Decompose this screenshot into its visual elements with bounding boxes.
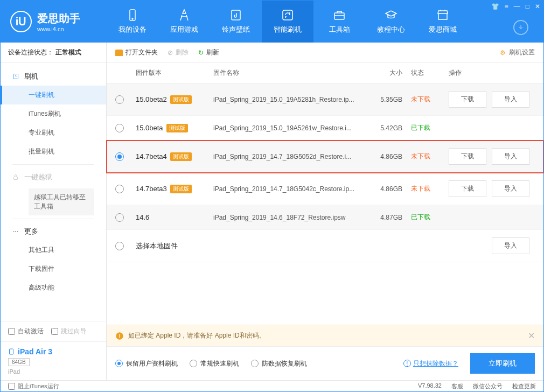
delete-icon: ⊘	[168, 49, 173, 57]
firmware-row[interactable]: 14.6 iPad_Spring_2019_14.6_18F72_Restore…	[107, 205, 543, 230]
import-button[interactable]: 导入	[492, 148, 529, 165]
device-name[interactable]: iPad Air 3	[8, 347, 99, 356]
firmware-status: 已下载	[411, 123, 449, 132]
firmware-size: 4.86GB	[373, 185, 411, 193]
app-name: 爱思助手	[37, 11, 80, 26]
skip-guide-checkbox[interactable]: 跳过向导	[51, 327, 87, 336]
radio-local[interactable]	[115, 242, 124, 250]
sidebar-jailbreak-title: 一键越狱	[1, 168, 106, 186]
radio-select[interactable]	[115, 152, 124, 161]
nav-toolbox[interactable]: 工具箱	[313, 1, 365, 43]
music-icon	[229, 9, 242, 22]
beta-tag: 测试版	[170, 152, 192, 161]
refresh-button[interactable]: ↻刷新	[198, 48, 219, 57]
refresh-icon	[281, 9, 294, 22]
download-button[interactable]: 下载	[449, 148, 486, 165]
radio-select[interactable]	[115, 95, 124, 104]
sidebar-item-batch[interactable]: 批量刷机	[1, 142, 106, 161]
sidebar-item-itunes[interactable]: iTunes刷机	[1, 104, 106, 123]
block-itunes-checkbox[interactable]: 阻止iTunes运行	[8, 382, 59, 390]
opt-anti-recover[interactable]: 防数据恢复刷机	[251, 359, 307, 368]
logo-area: iᑌ 爱思助手 www.i4.cn	[1, 1, 107, 43]
opt-keep-data[interactable]: 保留用户资料刷机	[115, 359, 178, 368]
delete-button[interactable]: ⊘删除	[168, 48, 189, 57]
radio-select[interactable]	[115, 124, 124, 132]
download-button[interactable]: 下载	[449, 180, 486, 197]
flash-settings-button[interactable]: ⚙刷机设置	[500, 48, 535, 57]
win-maximize-icon[interactable]: □	[526, 3, 529, 10]
toolbar: 打开文件夹 ⊘删除 ↻刷新 ⚙刷机设置	[107, 43, 543, 63]
sidebar-item-pro[interactable]: 专业刷机	[1, 123, 106, 142]
connection-status: 设备连接状态：正常模式	[1, 43, 106, 63]
th-version: 固件版本	[136, 68, 213, 78]
firmware-name: iPad_Spring_2019_15.0_19A5281h_Restore.i…	[213, 96, 373, 103]
sidebar-more-title[interactable]: 更多	[1, 222, 106, 241]
opt-normal[interactable]: 常规快速刷机	[190, 359, 239, 368]
nav-ringtone[interactable]: 铃声壁纸	[210, 1, 262, 43]
firmware-row[interactable]: 15.0beta2测试版 iPad_Spring_2019_15.0_19A52…	[107, 83, 543, 116]
download-circle-icon[interactable]	[513, 20, 528, 35]
window-controls: 👕 ≡ — □ ✕	[491, 3, 540, 10]
info-close-icon[interactable]: ✕	[528, 331, 535, 341]
firmware-size: 4.87GB	[373, 214, 411, 221]
folder-icon	[115, 50, 123, 56]
import-local-button[interactable]: 导入	[492, 237, 529, 254]
import-button[interactable]: 导入	[492, 180, 529, 197]
open-folder-button[interactable]: 打开文件夹	[115, 48, 158, 57]
radio-select[interactable]	[115, 213, 124, 222]
win-minimize-icon[interactable]: —	[514, 3, 520, 10]
table-header: 固件版本 固件名称 大小 状态 操作	[107, 63, 543, 83]
sidebar-item-onekey[interactable]: 一键刷机	[1, 86, 106, 104]
sidebar-item-advanced[interactable]: 高级功能	[1, 278, 106, 297]
svg-rect-4	[334, 13, 344, 19]
svg-rect-3	[283, 10, 292, 20]
win-close-icon[interactable]: ✕	[535, 3, 540, 10]
refresh-icon: ↻	[198, 49, 204, 57]
gear-icon: ⚙	[500, 49, 506, 57]
auto-activate-checkbox[interactable]: 自动激活	[8, 327, 44, 336]
app-url: www.i4.cn	[37, 26, 80, 32]
service-link[interactable]: 客服	[451, 382, 463, 390]
graduation-icon	[385, 9, 397, 22]
download-button[interactable]: 下载	[449, 91, 486, 108]
sidebar-flash-title[interactable]: 刷机	[1, 67, 106, 86]
sidebar-item-download-fw[interactable]: 下载固件	[1, 260, 106, 278]
firmware-row[interactable]: 14.7beta4测试版 iPad_Spring_2019_14.7_18G50…	[107, 141, 543, 173]
device-storage: 64GB	[8, 358, 30, 366]
flash-square-icon	[12, 73, 19, 80]
check-update-link[interactable]: 检查更新	[512, 382, 536, 390]
sidebar-item-other[interactable]: 其他工具	[1, 241, 106, 260]
nav-apps[interactable]: 应用游戏	[158, 1, 210, 43]
nav-flash[interactable]: 智能刷机	[262, 1, 313, 43]
beta-tag: 测试版	[170, 185, 192, 193]
firmware-status: 未下载	[411, 184, 449, 193]
nav-tutorial[interactable]: 教程中心	[365, 1, 417, 43]
firmware-row[interactable]: 15.0beta测试版 iPad_Spring_2019_15.0_19A526…	[107, 116, 543, 141]
svg-point-7	[13, 231, 15, 232]
svg-point-9	[17, 231, 18, 232]
beta-tag: 测试版	[170, 95, 192, 104]
app-logo-icon: iᑌ	[10, 11, 32, 32]
tablet-icon	[8, 347, 15, 356]
erase-data-link[interactable]: !只想抹除数据？	[403, 359, 458, 368]
toolbox-icon	[333, 9, 346, 22]
wechat-link[interactable]: 微信公众号	[473, 382, 503, 390]
firmware-row[interactable]: 14.7beta3测试版 iPad_Spring_2019_14.7_18G50…	[107, 173, 543, 205]
top-nav: 我的设备 应用游戏 铃声壁纸 智能刷机 工具箱 教程中心 爱思商城	[107, 1, 543, 43]
radio-select[interactable]	[115, 185, 124, 193]
firmware-name: iPad_Spring_2019_15.0_19A5261w_Restore.i…	[213, 124, 373, 132]
th-name: 固件名称	[213, 68, 373, 78]
svg-rect-6	[14, 177, 18, 180]
phone-icon	[126, 9, 139, 22]
firmware-status: 未下载	[411, 95, 449, 104]
nav-store[interactable]: 爱思商城	[417, 1, 469, 43]
win-menu-icon[interactable]: ≡	[505, 3, 508, 10]
win-tshirt-icon[interactable]: 👕	[491, 3, 499, 10]
status-bar: 阻止iTunes运行 V7.98.32 客服 微信公众号 检查更新	[1, 380, 543, 392]
nav-my-device[interactable]: 我的设备	[107, 1, 158, 43]
local-firmware-row[interactable]: 选择本地固件 导入	[107, 230, 543, 262]
th-size: 大小	[373, 68, 411, 78]
beta-tag: 测试版	[166, 124, 188, 132]
import-button[interactable]: 导入	[492, 91, 529, 108]
flash-now-button[interactable]: 立即刷机	[470, 353, 535, 374]
